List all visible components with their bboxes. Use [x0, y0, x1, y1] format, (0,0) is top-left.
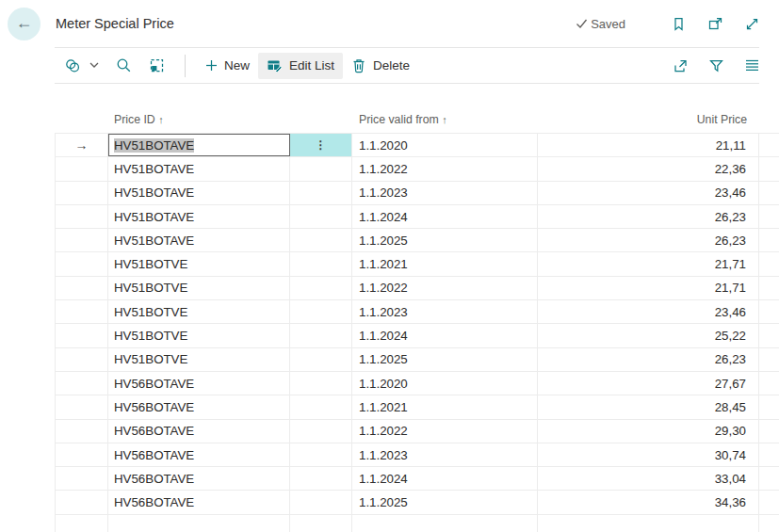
unit-price-cell[interactable]: 29,30 — [538, 420, 759, 443]
price-valid-from-cell[interactable]: 1.1.2025 — [352, 348, 538, 371]
row-options-cell[interactable] — [290, 515, 352, 532]
price-id-cell[interactable]: HV51BOTVE — [108, 277, 290, 299]
row-options-cell[interactable] — [290, 324, 352, 347]
row-options-cell[interactable] — [290, 205, 352, 228]
table-row[interactable]: HV56BOTAVE 1.1.2021 28,45 — [55, 395, 779, 419]
table-row[interactable]: HV51BOTVE 1.1.2021 21,71 — [55, 252, 779, 276]
analyze-button[interactable] — [140, 53, 173, 79]
edit-list-button[interactable]: Edit List — [258, 53, 343, 79]
unit-price-cell[interactable]: 33,04 — [538, 467, 759, 490]
row-options-cell[interactable]: ⋮ — [290, 134, 352, 156]
column-header-price-id[interactable]: Price ID ↑ — [108, 113, 290, 126]
row-selector-cell[interactable] — [55, 252, 108, 275]
row-selector-cell[interactable] — [55, 443, 108, 466]
row-options-cell[interactable] — [290, 157, 352, 180]
table-row[interactable]: HV51BOTAVE 1.1.2025 26,23 — [55, 229, 779, 252]
price-valid-from-cell[interactable]: 1.1.2023 — [352, 443, 538, 466]
price-valid-from-cell[interactable]: 1.1.2023 — [352, 300, 538, 323]
table-row[interactable]: HV51BOTAVE 1.1.2023 23,46 — [55, 182, 779, 205]
price-id-cell[interactable]: HV51BOTVE — [108, 252, 290, 275]
row-selector-cell[interactable] — [55, 515, 108, 532]
price-valid-from-cell[interactable]: 1.1.2021 — [352, 252, 538, 275]
row-selector-cell[interactable] — [55, 372, 108, 395]
price-valid-from-cell[interactable]: 1.1.2024 — [352, 324, 538, 347]
price-id-cell[interactable]: HV56BOTAVE — [108, 443, 290, 466]
row-selector-cell[interactable] — [55, 300, 108, 323]
price-valid-from-cell[interactable]: 1.1.2021 — [352, 395, 538, 418]
price-id-cell[interactable]: HV56BOTAVE — [108, 372, 290, 395]
row-selector-cell[interactable] — [55, 420, 108, 443]
price-id-cell[interactable]: HV51BOTAVE — [108, 157, 290, 180]
bookmark-button[interactable] — [671, 16, 687, 32]
search-button[interactable] — [107, 53, 140, 79]
row-selector-cell[interactable] — [55, 348, 108, 371]
share-button[interactable] — [673, 58, 689, 73]
more-options-button[interactable] — [744, 58, 760, 73]
row-options-cell[interactable] — [290, 252, 352, 275]
unit-price-cell[interactable]: 23,46 — [538, 182, 759, 204]
row-selector-cell[interactable] — [55, 205, 108, 228]
unit-price-cell[interactable] — [538, 515, 759, 532]
row-selector-cell[interactable] — [55, 467, 108, 490]
price-valid-from-cell[interactable]: 1.1.2024 — [352, 467, 538, 490]
new-button[interactable]: New — [197, 53, 258, 79]
unit-price-cell[interactable]: 22,36 — [538, 157, 759, 180]
views-menu-button[interactable] — [57, 53, 107, 79]
unit-price-cell[interactable]: 23,46 — [538, 300, 759, 323]
price-valid-from-cell[interactable]: 1.1.2025 — [352, 229, 538, 251]
row-options-cell[interactable] — [290, 395, 352, 418]
price-valid-from-cell[interactable]: 1.1.2022 — [352, 277, 538, 299]
price-valid-from-cell[interactable]: 1.1.2022 — [352, 157, 538, 180]
row-selector-cell[interactable] — [55, 182, 108, 204]
row-options-cell[interactable] — [290, 443, 352, 466]
row-options-cell[interactable] — [290, 467, 352, 490]
table-row[interactable]: HV56BOTAVE 1.1.2023 30,74 — [55, 443, 779, 467]
table-row[interactable] — [55, 515, 779, 532]
row-options-cell[interactable] — [290, 348, 352, 371]
row-options-cell[interactable] — [290, 420, 352, 443]
delete-button[interactable]: Delete — [343, 53, 418, 79]
price-valid-from-cell[interactable]: 1.1.2023 — [352, 182, 538, 204]
unit-price-cell[interactable]: 26,23 — [538, 229, 759, 251]
row-selector-cell[interactable] — [55, 229, 108, 251]
unit-price-cell[interactable]: 21,11 — [538, 134, 759, 156]
table-row[interactable]: HV56BOTAVE 1.1.2024 33,04 — [55, 467, 779, 491]
price-valid-from-cell[interactable]: 1.1.2020 — [352, 134, 538, 156]
price-id-cell[interactable] — [108, 515, 290, 532]
price-valid-from-cell[interactable]: 1.1.2024 — [352, 205, 538, 228]
row-selector-cell[interactable] — [55, 277, 108, 299]
price-valid-from-cell[interactable]: 1.1.2022 — [352, 420, 538, 443]
row-options-cell[interactable] — [290, 229, 352, 251]
table-row[interactable]: HV56BOTAVE 1.1.2020 27,67 — [55, 372, 779, 395]
row-selector-cell[interactable]: → — [55, 134, 108, 156]
price-id-cell[interactable]: HV56BOTAVE — [108, 491, 290, 513]
row-options-cell[interactable] — [290, 300, 352, 323]
table-row[interactable]: HV51BOTVE 1.1.2022 21,71 — [55, 277, 779, 300]
unit-price-cell[interactable]: 34,36 — [538, 491, 759, 513]
unit-price-cell[interactable]: 26,23 — [538, 348, 759, 371]
table-row[interactable]: HV51BOTVE 1.1.2025 26,23 — [55, 348, 779, 372]
price-id-cell[interactable]: HV51BOTAVE — [108, 182, 290, 204]
unit-price-cell[interactable]: 30,74 — [538, 443, 759, 466]
table-row[interactable]: HV56BOTAVE 1.1.2025 34,36 — [55, 491, 779, 514]
table-row[interactable]: → HV51BOTAVE ⋮ 1.1.2020 21,11 — [55, 134, 779, 157]
open-in-new-window-button[interactable] — [707, 16, 723, 32]
row-options-cell[interactable] — [290, 491, 352, 513]
price-id-cell[interactable]: HV56BOTAVE — [108, 420, 290, 443]
row-selector-cell[interactable] — [55, 395, 108, 418]
table-row[interactable]: HV51BOTAVE 1.1.2024 26,23 — [55, 205, 779, 229]
price-id-cell[interactable]: HV51BOTVE — [108, 324, 290, 347]
price-valid-from-cell[interactable]: 1.1.2020 — [352, 372, 538, 395]
row-options-cell[interactable] — [290, 277, 352, 299]
table-row[interactable]: HV56BOTAVE 1.1.2022 29,30 — [55, 420, 779, 443]
column-header-unit-price[interactable]: Unit Price — [538, 113, 759, 126]
row-selector-cell[interactable] — [55, 157, 108, 180]
price-id-cell[interactable]: HV56BOTAVE — [108, 467, 290, 490]
row-selector-cell[interactable] — [55, 491, 108, 513]
row-options-cell[interactable] — [290, 372, 352, 395]
back-button[interactable]: ← — [8, 8, 41, 40]
price-id-cell[interactable]: HV56BOTAVE — [108, 395, 290, 418]
unit-price-cell[interactable]: 28,45 — [538, 395, 759, 418]
price-valid-from-cell[interactable]: 1.1.2025 — [352, 491, 538, 513]
price-id-cell[interactable]: HV51BOTAVE — [108, 205, 290, 228]
